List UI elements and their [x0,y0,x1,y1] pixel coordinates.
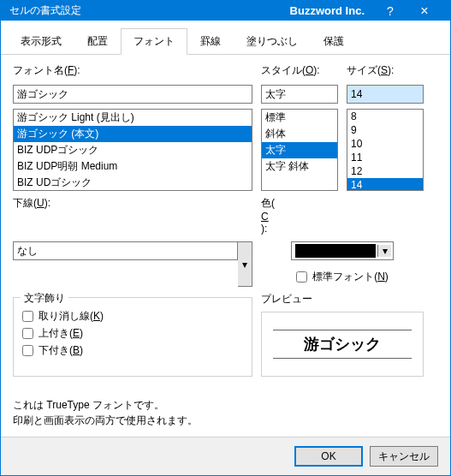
preview-group: プレビュー 游ゴシック [261,292,424,377]
list-item[interactable]: 14 [347,178,423,191]
default-font-label: 標準フォント(N) [312,270,389,284]
close-button[interactable]: × [407,3,442,19]
font-name-label: フォント名(F): [13,63,252,78]
list-item[interactable]: 游ゴシック Light (見出し) [14,110,252,126]
help-button[interactable]: ? [373,4,407,18]
tab-strip: 表示形式 配置 フォント 罫線 塗りつぶし 保護 [1,21,450,55]
list-item[interactable]: BIZ UDP明朝 Medium [14,158,252,175]
dialog-title: セルの書式設定 [9,3,290,18]
underline-label: 下線(U): [13,196,252,235]
tab-font[interactable]: フォント [121,28,187,55]
underline-select[interactable] [13,241,238,260]
text-decoration-group: 文字飾り 取り消し線(K) 上付き(E) 下付き(B) [13,297,252,377]
list-item[interactable]: BIZ UDPゴシック [14,142,252,158]
font-name-input[interactable] [13,85,252,104]
list-item[interactable]: 9 [347,123,423,137]
font-style-list[interactable]: 標準 斜体 太字 太字 斜体 [261,109,338,191]
list-item[interactable]: 11 [347,151,423,164]
list-item[interactable]: 12 [347,164,423,178]
checkbox-input[interactable] [22,311,33,322]
tab-number-format[interactable]: 表示形式 [8,28,74,55]
color-swatch [295,244,376,258]
checkbox-input[interactable] [296,271,307,283]
list-item[interactable]: 斜体 [262,126,337,142]
chevron-down-icon[interactable]: ▾ [377,245,391,257]
list-item[interactable]: 標準 [262,110,337,126]
font-style-label: スタイル(O): [261,63,338,78]
button-bar: OK キャンセル [1,437,450,475]
list-item[interactable]: 10 [347,137,423,151]
list-item[interactable]: 太字 斜体 [262,158,337,175]
decoration-legend: 文字飾り [21,291,68,306]
list-item[interactable]: 8 [347,110,423,123]
tab-border[interactable]: 罫線 [187,28,234,55]
tab-alignment[interactable]: 配置 [74,28,121,55]
list-item[interactable]: 太字 [262,142,337,158]
default-font-checkbox[interactable]: 標準フォント(N) [296,270,389,284]
tab-fill[interactable]: 塗りつぶし [234,28,311,55]
ok-button[interactable]: OK [294,446,363,467]
font-style-input[interactable] [261,85,338,104]
checkbox-input[interactable] [22,328,33,339]
font-info-text: これは TrueType フォントです。 印刷と画面表示の両方で使用されます。 [13,397,424,428]
brand-name: Buzzword Inc. [290,4,365,17]
font-size-label: サイズ(S): [347,63,424,78]
preview-text: 游ゴシック [273,330,412,359]
checkbox-input[interactable] [22,345,33,356]
list-item[interactable]: BIZ UDゴシック [14,175,252,191]
cancel-button[interactable]: キャンセル [370,446,438,467]
font-panel: フォント名(F): スタイル(O): サイズ(S): 游ゴシック Light (… [1,55,450,437]
preview-label: プレビュー [261,292,424,306]
cell-format-dialog: セルの書式設定 Buzzword Inc. ? × 表示形式 配置 フォント 罫… [0,0,451,476]
list-item[interactable]: 游ゴシック (本文) [14,126,252,142]
preview-box: 游ゴシック [261,312,424,377]
tab-protection[interactable]: 保護 [311,28,357,55]
superscript-checkbox[interactable]: 上付き(E) [22,326,243,341]
strikethrough-checkbox[interactable]: 取り消し線(K) [22,309,243,324]
font-size-list[interactable]: 8 9 10 11 12 14 [347,109,424,191]
color-select[interactable]: ▾ [291,241,394,260]
chevron-down-icon[interactable]: ▾ [238,241,252,287]
font-size-input[interactable] [347,85,424,104]
font-name-list[interactable]: 游ゴシック Light (見出し) 游ゴシック (本文) BIZ UDPゴシック… [13,109,252,191]
titlebar: セルの書式設定 Buzzword Inc. ? × [1,1,450,21]
subscript-checkbox[interactable]: 下付き(B) [22,343,243,358]
color-label: 色(C): [261,196,424,235]
